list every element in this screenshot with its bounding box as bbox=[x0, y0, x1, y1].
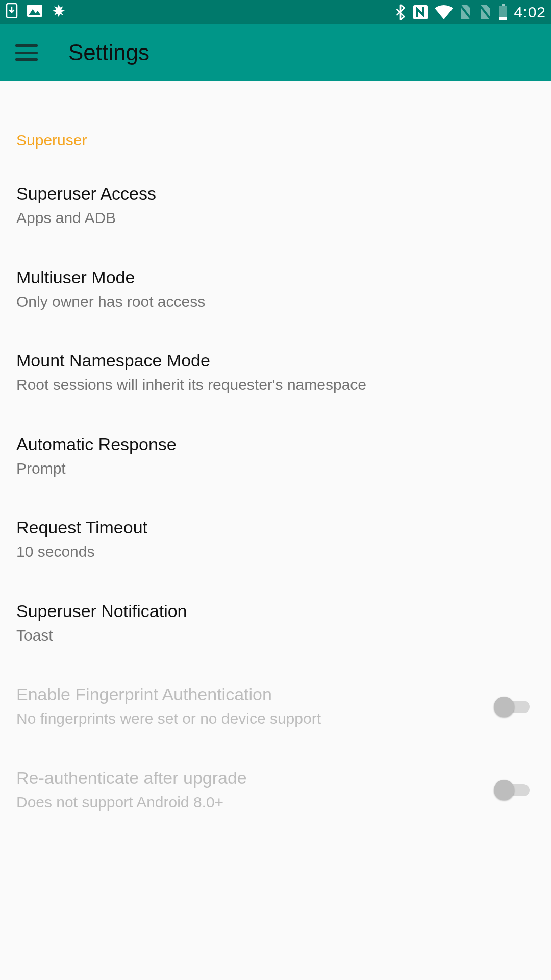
nfc-icon bbox=[412, 4, 429, 20]
pref-title: Automatic Response bbox=[16, 434, 535, 454]
pref-subtitle: Root sessions will inherit its requester… bbox=[16, 375, 535, 396]
sim2-disabled-icon bbox=[479, 4, 492, 20]
status-time: 4:02 bbox=[514, 4, 546, 21]
page-title: Settings bbox=[68, 40, 149, 65]
pref-superuser-notification[interactable]: Superuser Notification Toast bbox=[16, 582, 535, 666]
status-bar: 4:02 bbox=[0, 0, 551, 24]
pref-multiuser-mode[interactable]: Multiuser Mode Only owner has root acces… bbox=[16, 248, 535, 332]
wifi-icon bbox=[435, 5, 453, 19]
sim1-disabled-icon bbox=[459, 4, 472, 20]
app-bar: Settings bbox=[0, 24, 551, 81]
pref-automatic-response[interactable]: Automatic Response Prompt bbox=[16, 415, 535, 499]
pref-mount-namespace[interactable]: Mount Namespace Mode Root sessions will … bbox=[16, 331, 535, 415]
menu-icon[interactable] bbox=[15, 44, 38, 61]
pref-title: Re-authenticate after upgrade bbox=[16, 768, 247, 788]
toggle-reauthenticate bbox=[494, 778, 535, 802]
bluetooth-icon bbox=[395, 4, 406, 20]
svg-rect-6 bbox=[502, 4, 505, 6]
pref-title: Multiuser Mode bbox=[16, 267, 535, 287]
section-header-superuser: Superuser bbox=[16, 101, 535, 164]
pref-subtitle: 10 seconds bbox=[16, 542, 535, 562]
settings-list: Superuser Superuser Access Apps and ADB … bbox=[0, 101, 551, 832]
battery-low-icon bbox=[498, 4, 508, 20]
pref-title: Mount Namespace Mode bbox=[16, 351, 535, 371]
pref-subtitle: Toast bbox=[16, 625, 535, 646]
pref-subtitle: Only owner has root access bbox=[16, 291, 535, 312]
pref-subtitle: Apps and ADB bbox=[16, 208, 535, 229]
pref-title: Superuser Notification bbox=[16, 601, 535, 621]
divider bbox=[0, 81, 551, 101]
pref-title: Superuser Access bbox=[16, 184, 535, 204]
download-icon bbox=[5, 3, 18, 22]
pref-fingerprint-auth: Enable Fingerprint Authentication No fin… bbox=[16, 665, 535, 749]
image-icon bbox=[27, 4, 43, 21]
pref-title: Enable Fingerprint Authentication bbox=[16, 684, 321, 704]
pref-subtitle: Prompt bbox=[16, 458, 535, 479]
svg-rect-8 bbox=[499, 17, 507, 20]
pref-subtitle: Does not support Android 8.0+ bbox=[16, 792, 247, 813]
toggle-fingerprint bbox=[494, 695, 535, 719]
pref-subtitle: No fingerprints were set or no device su… bbox=[16, 708, 321, 729]
pref-title: Request Timeout bbox=[16, 518, 535, 537]
pref-superuser-access[interactable]: Superuser Access Apps and ADB bbox=[16, 164, 535, 248]
pref-reauthenticate: Re-authenticate after upgrade Does not s… bbox=[16, 749, 535, 832]
leaf-icon bbox=[51, 3, 66, 22]
pref-request-timeout[interactable]: Request Timeout 10 seconds bbox=[16, 498, 535, 582]
